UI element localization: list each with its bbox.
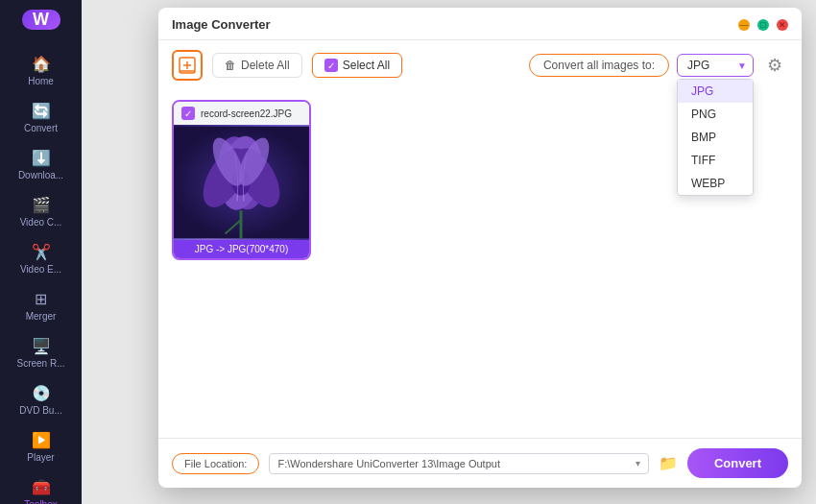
sidebar-item-label: Video E... [20, 264, 61, 275]
video-e-icon: ✂️ [32, 243, 51, 261]
file-path-text: F:\Wondershare UniConverter 13\Image Out… [277, 458, 629, 469]
select-all-label: Select All [343, 59, 390, 72]
app-logo: W [22, 10, 60, 30]
image-checkbox[interactable]: ✓ [181, 107, 195, 120]
trash-icon: 🗑 [225, 59, 236, 72]
toolbar-right: Convert all images to: JPG ▼ JPG PNG BMP… [529, 52, 788, 79]
merger-icon: ⊞ [35, 290, 47, 308]
format-option-webp[interactable]: WEBP [678, 172, 753, 195]
image-thumbnail [174, 125, 309, 240]
format-option-jpg[interactable]: JPG [678, 80, 753, 103]
select-all-button[interactable]: ✓ Select All [312, 53, 402, 78]
path-dropdown-icon[interactable]: ▾ [636, 458, 640, 468]
format-select-display[interactable]: JPG ▼ [677, 54, 754, 77]
sidebar-item-label: Home [28, 76, 54, 86]
image-filename: record-screen22.JPG [201, 108, 292, 119]
screen-icon: 🖥️ [32, 337, 51, 355]
browse-folder-button[interactable]: 📁 [659, 454, 678, 472]
output-settings-icon: ⚙ [767, 55, 782, 76]
flower-svg [174, 125, 309, 240]
dialog-footer: File Location: F:\Wondershare UniConvert… [158, 438, 802, 488]
add-image-button[interactable] [172, 50, 203, 81]
download-icon: ⬇️ [32, 149, 51, 167]
dialog-titlebar: Image Converter — □ ✕ [158, 8, 802, 40]
format-dropdown[interactable]: JPG ▼ JPG PNG BMP TIFF WEBP [677, 54, 754, 77]
file-path-display[interactable]: F:\Wondershare UniConverter 13\Image Out… [269, 453, 648, 474]
close-button[interactable]: ✕ [777, 19, 788, 31]
maximize-button[interactable]: □ [757, 19, 769, 31]
output-settings-button[interactable]: ⚙ [761, 52, 788, 79]
sidebar-item-video-compress[interactable]: 🎬 Video C... [0, 188, 82, 235]
check-icon: ✓ [324, 59, 338, 72]
image-card-footer: JPG -> JPG(700*470) [174, 240, 309, 258]
format-selected-value: JPG [687, 59, 709, 72]
sidebar-item-label: DVD Bu... [19, 405, 61, 416]
sidebar-item-label: Downloa... [18, 170, 63, 180]
sidebar-item-convert[interactable]: 🔄 Convert [0, 94, 82, 141]
delete-all-label: Delete All [241, 59, 290, 72]
toolbox-icon: 🧰 [32, 478, 51, 496]
sidebar-item-player[interactable]: ▶️ Player [0, 423, 82, 470]
image-card-header: ✓ record-screen22.JPG [174, 102, 309, 125]
sidebar-item-dvd[interactable]: 💿 DVD Bu... [0, 376, 82, 423]
sidebar-item-label: Merger [26, 311, 57, 322]
image-card[interactable]: ✓ record-screen22.JPG [172, 100, 311, 260]
main-area: Image Converter — □ ✕ 🗑 Delete All [82, 0, 816, 504]
convert-all-label: Convert all images to: [529, 54, 669, 77]
file-location-label: File Location: [172, 453, 259, 474]
convert-icon: 🔄 [32, 102, 51, 120]
minimize-button[interactable]: — [738, 19, 750, 31]
sidebar-item-toolbox[interactable]: 🧰 Toolbox [0, 470, 82, 504]
format-option-png[interactable]: PNG [678, 103, 753, 126]
format-option-tiff[interactable]: TIFF [678, 149, 753, 172]
sidebar-item-screen[interactable]: 🖥️ Screen R... [0, 329, 82, 376]
home-icon: 🏠 [32, 55, 51, 73]
sidebar-item-merger[interactable]: ⊞ Merger [0, 282, 82, 329]
sidebar-item-label: Video C... [20, 217, 62, 228]
format-dropdown-menu: JPG PNG BMP TIFF WEBP [677, 79, 754, 196]
chevron-down-icon: ▼ [737, 60, 747, 71]
dialog-title: Image Converter [172, 17, 271, 32]
sidebar-item-label: Toolbox [24, 499, 57, 504]
dialog-controls: — □ ✕ [738, 19, 788, 31]
image-converter-dialog: Image Converter — □ ✕ 🗑 Delete All [158, 8, 802, 488]
sidebar-item-download[interactable]: ⬇️ Downloa... [0, 141, 82, 188]
delete-all-button[interactable]: 🗑 Delete All [212, 53, 302, 78]
add-image-icon [179, 57, 196, 74]
sidebar-item-label: Screen R... [16, 358, 64, 369]
folder-icon: 📁 [659, 455, 678, 471]
sidebar-item-label: Player [27, 452, 54, 463]
player-icon: ▶️ [32, 431, 51, 449]
convert-button[interactable]: Convert [687, 448, 788, 478]
format-option-bmp[interactable]: BMP [678, 126, 753, 149]
toolbar: 🗑 Delete All ✓ Select All Convert all im… [158, 40, 802, 90]
conversion-info: JPG -> JPG(700*470) [195, 244, 289, 254]
dvd-icon: 💿 [32, 384, 51, 402]
sidebar-item-video-edit[interactable]: ✂️ Video E... [0, 235, 82, 282]
sidebar-item-label: Convert [24, 123, 58, 133]
video-c-icon: 🎬 [32, 196, 51, 214]
sidebar-item-home[interactable]: 🏠 Home [0, 47, 82, 94]
sidebar: W 🏠 Home 🔄 Convert ⬇️ Downloa... 🎬 Video… [0, 0, 82, 504]
